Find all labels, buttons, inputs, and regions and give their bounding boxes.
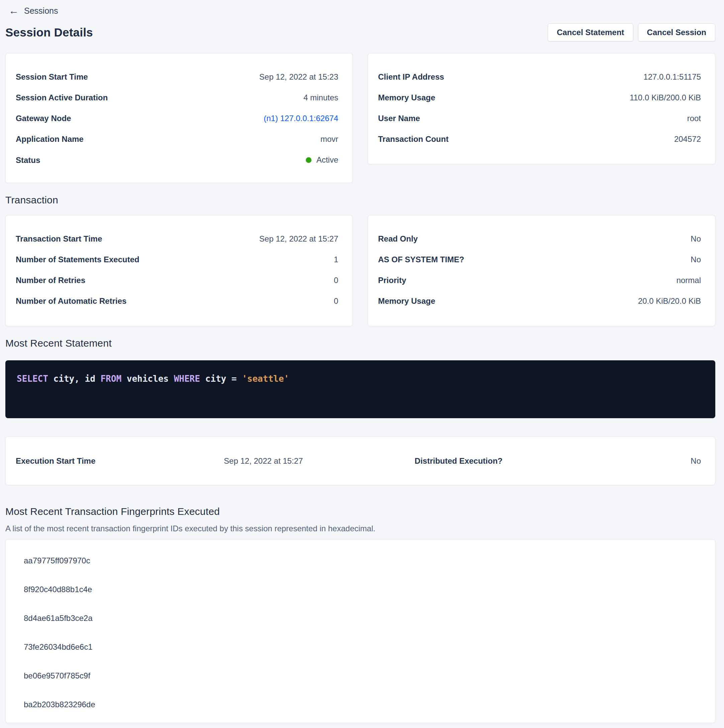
session-info-card: Session Start Time Sep 12, 2022 at 15:23…: [5, 53, 353, 183]
kv-value: normal: [677, 275, 701, 286]
fingerprint-id: aa79775ff097970c: [24, 556, 701, 566]
transaction-info-card: Transaction Start Time Sep 12, 2022 at 1…: [5, 215, 353, 326]
execution-start-value: Sep 12, 2022 at 15:27: [95, 456, 303, 466]
fingerprint-id: 8f920c40d88b1c4e: [24, 584, 701, 595]
title-bar: Session Details Cancel Statement Cancel …: [5, 23, 715, 42]
fingerprint-id: 8d4ae61a5fb3ce2a: [24, 613, 701, 623]
kv-value: 20.0 KiB/20.0 KiB: [638, 296, 701, 306]
gateway-node-link[interactable]: (n1) 127.0.0.1:62674: [264, 113, 338, 124]
kv-row-transaction-start-time: Transaction Start Time Sep 12, 2022 at 1…: [16, 234, 338, 244]
kv-value: 1: [334, 254, 338, 265]
kv-label: Client IP Address: [378, 72, 444, 82]
transaction-section-heading: Transaction: [5, 194, 715, 206]
sql-condition: city =: [200, 374, 242, 384]
sql-columns: city, id: [48, 374, 101, 384]
back-to-sessions-link[interactable]: ← Sessions: [5, 3, 715, 18]
status-value: Active: [317, 154, 338, 165]
fingerprint-id: 73fe26034bd6e6c1: [24, 642, 701, 652]
kv-row-session-start-time: Session Start Time Sep 12, 2022 at 15:23: [16, 72, 338, 82]
header-actions: Cancel Statement Cancel Session: [548, 23, 715, 41]
kv-value: No: [690, 234, 701, 244]
kv-row-txn-memory-usage: Memory Usage 20.0 KiB/20.0 KiB: [378, 296, 701, 306]
status-active-dot-icon: [306, 157, 311, 163]
execution-card: Execution Start Time Sep 12, 2022 at 15:…: [5, 437, 715, 485]
kv-label: Status: [16, 155, 40, 165]
kv-label: Transaction Count: [378, 134, 448, 145]
fingerprint-id: be06e9570f785c9f: [24, 671, 701, 681]
execution-start-label: Execution Start Time: [16, 456, 95, 466]
kv-label: Session Start Time: [16, 72, 88, 82]
kv-value: Sep 12, 2022 at 15:27: [259, 234, 338, 244]
kv-row-memory-usage: Memory Usage 110.0 KiB/200.0 KiB: [378, 92, 701, 103]
sql-keyword: WHERE: [174, 374, 200, 384]
kv-row-retries: Number of Retries 0: [16, 275, 338, 286]
kv-row-user-name: User Name root: [378, 113, 701, 124]
kv-label: Memory Usage: [378, 92, 435, 103]
kv-label: Memory Usage: [378, 296, 435, 306]
kv-label: Number of Statements Executed: [16, 254, 139, 265]
fingerprints-card: aa79775ff097970c 8f920c40d88b1c4e 8d4ae6…: [5, 539, 715, 723]
kv-label: Gateway Node: [16, 113, 71, 124]
kv-row-statements-executed: Number of Statements Executed 1: [16, 254, 338, 265]
status-badge: Active: [306, 154, 338, 165]
kv-value: movr: [320, 134, 338, 145]
kv-row-transaction-count: Transaction Count 204572: [378, 134, 701, 145]
kv-row-session-active-duration: Session Active Duration 4 minutes: [16, 92, 338, 103]
kv-row-application-name: Application Name movr: [16, 134, 338, 145]
page-title: Session Details: [5, 26, 93, 39]
kv-value: 0: [334, 275, 338, 286]
kv-value: root: [687, 113, 701, 124]
sql-table: vehicles: [121, 374, 174, 384]
session-details-page: ← Sessions Session Details Cancel Statem…: [0, 0, 724, 728]
sql-string-literal: 'seattle': [242, 374, 289, 384]
cancel-statement-button[interactable]: Cancel Statement: [548, 23, 633, 41]
back-arrow-icon: ←: [9, 6, 19, 16]
kv-row-automatic-retries: Number of Automatic Retries 0: [16, 296, 338, 306]
sql-statement-box: SELECT city, id FROM vehicles WHERE city…: [5, 360, 715, 418]
sql-keyword: FROM: [100, 374, 121, 384]
transaction-cards-row: Transaction Start Time Sep 12, 2022 at 1…: [5, 215, 715, 326]
fingerprint-id: ba2b203b823296de: [24, 700, 701, 710]
kv-value: Sep 12, 2022 at 15:23: [259, 72, 338, 82]
kv-row-priority: Priority normal: [378, 275, 701, 286]
kv-label: Number of Automatic Retries: [16, 296, 127, 306]
fingerprints-description: A list of the most recent transaction fi…: [5, 524, 715, 533]
distributed-execution-label: Distributed Execution?: [415, 456, 502, 466]
sql-keyword: SELECT: [17, 374, 48, 384]
kv-row-read-only: Read Only No: [378, 234, 701, 244]
kv-value: 127.0.0.1:51175: [643, 72, 701, 82]
session-cards-row: Session Start Time Sep 12, 2022 at 15:23…: [5, 53, 715, 183]
kv-label: Session Active Duration: [16, 92, 108, 103]
kv-label: Number of Retries: [16, 275, 85, 286]
statement-section-heading: Most Recent Statement: [5, 338, 715, 349]
fingerprints-section-heading: Most Recent Transaction Fingerprints Exe…: [5, 506, 715, 517]
kv-label: Priority: [378, 275, 406, 286]
kv-value: 110.0 KiB/200.0 KiB: [630, 92, 701, 103]
kv-row-client-ip: Client IP Address 127.0.0.1:51175: [378, 72, 701, 82]
kv-value: 0: [334, 296, 338, 306]
client-info-card: Client IP Address 127.0.0.1:51175 Memory…: [368, 53, 715, 164]
kv-value: 4 minutes: [303, 92, 338, 103]
kv-label: Application Name: [16, 134, 84, 145]
kv-label: Read Only: [378, 234, 418, 244]
cancel-session-button[interactable]: Cancel Session: [638, 23, 715, 41]
kv-value: 204572: [674, 134, 701, 145]
kv-row-status: Status Active: [16, 154, 338, 165]
distributed-execution-value: No: [502, 456, 701, 466]
back-link-label: Sessions: [24, 6, 58, 16]
kv-row-as-of-system-time: AS OF SYSTEM TIME? No: [378, 254, 701, 265]
kv-label: User Name: [378, 113, 420, 124]
kv-label: AS OF SYSTEM TIME?: [378, 254, 464, 265]
kv-value: No: [690, 254, 701, 265]
kv-row-gateway-node: Gateway Node (n1) 127.0.0.1:62674: [16, 113, 338, 124]
kv-label: Transaction Start Time: [16, 234, 102, 244]
transaction-settings-card: Read Only No AS OF SYSTEM TIME? No Prior…: [368, 215, 715, 326]
